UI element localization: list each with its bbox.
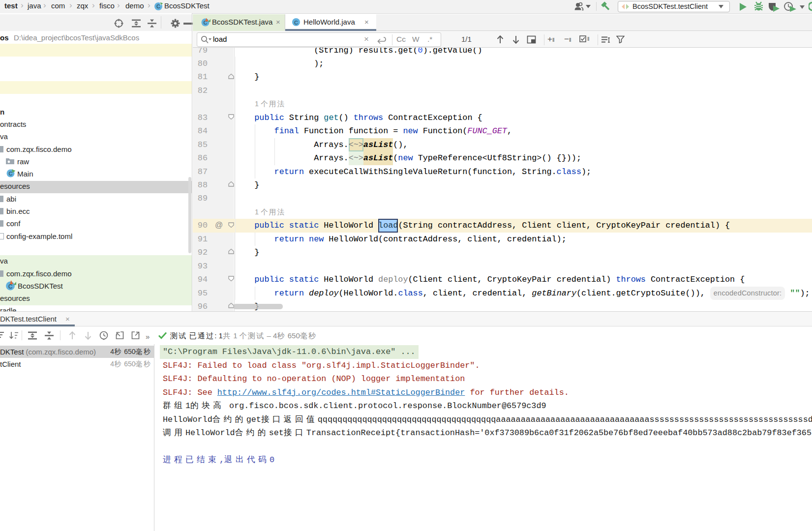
svg-text:C: C [294, 20, 298, 26]
svg-text:C: C [156, 3, 160, 9]
svg-text:C: C [9, 171, 13, 177]
